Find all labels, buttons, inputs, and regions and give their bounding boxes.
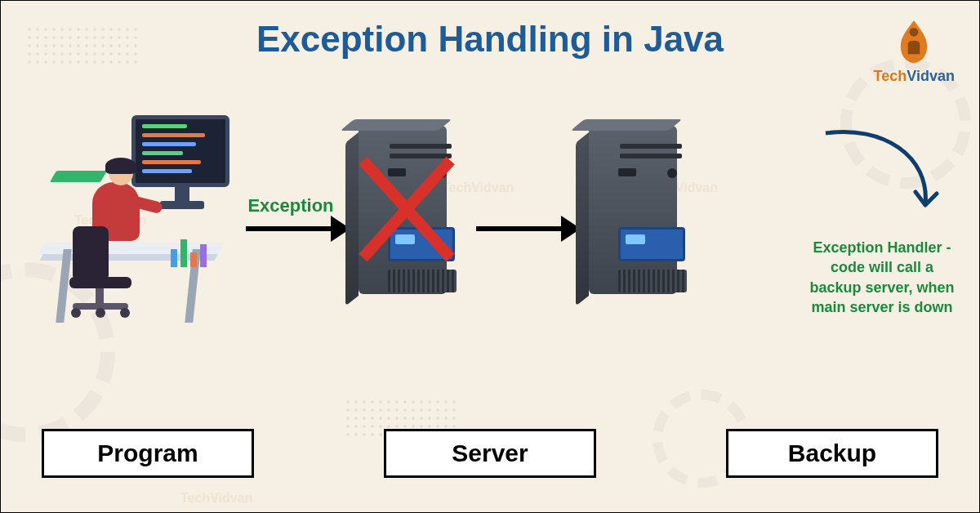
node-server [336,119,476,307]
logo-vidvan: Vidvan [906,68,955,84]
server-backup-icon [571,119,702,307]
label-backup: Backup [726,429,938,478]
label-row: Program Server Backup [42,429,938,478]
bg-dots-icon [25,25,140,66]
server-down-icon [341,119,471,307]
curved-arrow-icon [817,123,940,221]
logo-tech: Tech [874,68,907,84]
label-server: Server [384,429,596,478]
arrow-to-backup: . [476,195,566,231]
logo-text: TechVidvan [874,68,955,85]
page-title: Exception Handling in Java [1,19,979,60]
arrow-exception: Exception [246,195,336,231]
programmer-illustration-icon [33,107,246,319]
node-backup [566,119,706,307]
arrow-label: Exception [247,195,333,216]
watermark: TechVidvan [180,491,252,506]
chair-icon [73,226,109,282]
brand-logo: TechVidvan [874,17,955,85]
handler-annotation: Exception Handler - code will call a bac… [804,132,960,317]
arrow-right-icon [476,226,566,231]
label-program: Program [42,429,254,478]
arrow-right-icon [246,226,336,231]
node-program [33,107,246,319]
svg-point-0 [910,28,919,37]
handler-text: Exception Handler - code will call a bac… [804,238,960,317]
bar-chart-icon [171,239,207,267]
logo-mark-icon [892,17,936,66]
